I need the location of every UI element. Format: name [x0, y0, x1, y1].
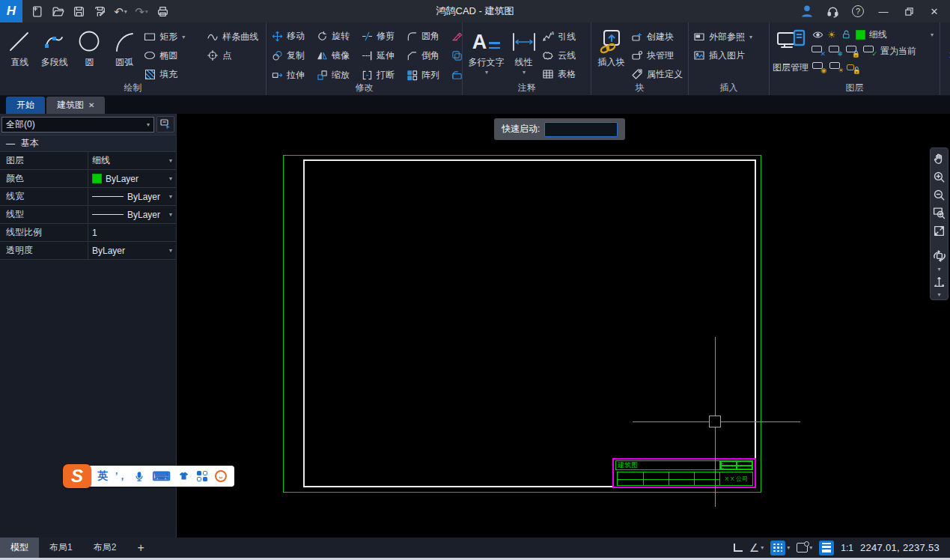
ime-skin-button[interactable]	[178, 471, 189, 481]
zoom-extents-button[interactable]	[931, 222, 948, 239]
copy-button[interactable]: 复制	[270, 47, 313, 64]
redo-button[interactable]: ↷ ▾	[132, 1, 151, 21]
chevron-down-icon[interactable]: ▾	[485, 69, 488, 76]
mirror-button[interactable]: 镜像	[314, 47, 358, 64]
ime-punctuation-button[interactable]: ’，	[115, 470, 127, 483]
dynamic-input-toggle[interactable]: ▾	[797, 543, 812, 553]
account-button[interactable]	[796, 1, 818, 21]
point-button[interactable]: 点	[205, 47, 263, 64]
layer-freeze-button[interactable]: ❄	[829, 46, 842, 57]
ribbon-expand-button[interactable]: ›	[943, 48, 950, 61]
spline-button[interactable]: 样条曲线	[205, 28, 263, 45]
tab-model[interactable]: 模型	[0, 538, 39, 558]
revcloud-button[interactable]: 云线	[541, 47, 588, 64]
leader-button[interactable]: A 引线	[541, 28, 588, 45]
trim-button[interactable]: 修剪	[359, 28, 403, 44]
stretch-button[interactable]: 拉伸	[270, 67, 313, 83]
chevron-down-icon[interactable]: ▾	[523, 69, 526, 76]
lineweight-toggle[interactable]	[819, 541, 834, 556]
break-button[interactable]: 打断	[359, 67, 403, 83]
layer-unlock-icon[interactable]	[840, 28, 852, 40]
rotate-button[interactable]: 旋转	[314, 28, 358, 44]
layer-off-button[interactable]: ✕	[812, 46, 825, 57]
tab-layout2[interactable]: 布局2	[83, 538, 127, 558]
extend-button[interactable]: 延伸	[359, 47, 403, 64]
ime-toolbox-button[interactable]	[197, 471, 207, 481]
tab-drawing[interactable]: 建筑图 ✕	[46, 97, 105, 114]
ime-logo[interactable]: S	[63, 464, 91, 488]
layer-lock-button[interactable]: 🔒	[846, 46, 859, 57]
quick-select-button[interactable]	[156, 116, 174, 133]
tab-close-icon[interactable]: ✕	[88, 101, 94, 109]
circle-button[interactable]: 圆	[73, 25, 106, 83]
help-button[interactable]: ?	[847, 1, 869, 21]
table-button[interactable]: 表格	[541, 66, 588, 82]
array-button[interactable]: 阵列	[404, 67, 448, 83]
zoom-in-button[interactable]	[931, 168, 948, 185]
polar-tracking-toggle[interactable]: ∠ ▾	[749, 542, 764, 553]
insert-image-button[interactable]: 插入图片	[692, 47, 766, 64]
save-button[interactable]	[69, 1, 88, 21]
transparency-value-dropdown[interactable]: ByLayer ▾	[88, 242, 176, 259]
ime-voice-button[interactable]	[134, 471, 144, 482]
add-layout-button[interactable]: +	[127, 538, 154, 558]
zoom-out-button[interactable]	[931, 186, 948, 203]
ortho-toggle[interactable]	[734, 544, 743, 552]
ime-keyboard-button[interactable]: ⌨	[152, 469, 171, 484]
undo-button[interactable]: ↶ ▾	[111, 1, 130, 21]
xref-button[interactable]: 外部参照 ▾	[692, 28, 766, 45]
save-as-button[interactable]	[90, 1, 109, 21]
print-button[interactable]	[153, 1, 172, 21]
chevron-down-icon[interactable]: ▾	[937, 266, 940, 272]
ltscale-value[interactable]: 1	[88, 224, 176, 241]
set-current-label[interactable]: 置为当前	[880, 45, 916, 58]
layer-color-swatch[interactable]	[856, 30, 865, 40]
drawing-canvas[interactable]: 快速启动: 建筑图 ▪▪▪▪ X X 公司	[177, 114, 950, 538]
hatch-button[interactable]: 填充	[142, 66, 204, 82]
layer-manager-button[interactable]	[773, 25, 810, 83]
ime-emoji-button[interactable]: ᴗ	[215, 470, 227, 482]
zoom-window-button[interactable]	[931, 204, 948, 221]
app-logo[interactable]: H	[0, 0, 22, 22]
pan-button[interactable]	[931, 150, 948, 167]
insert-block-button[interactable]: 插入块	[594, 25, 628, 83]
layer-thaw-all-button[interactable]: ☀	[829, 62, 843, 73]
linear-dim-button[interactable]: 线性 ▾	[508, 25, 539, 83]
color-value-dropdown[interactable]: ByLayer ▾	[88, 170, 176, 187]
attribute-define-button[interactable]: 属性定义	[630, 66, 685, 82]
chevron-down-icon[interactable]: ▾	[931, 31, 934, 38]
quick-launch-input[interactable]	[544, 122, 618, 137]
ellipse-button[interactable]: 椭圆	[142, 47, 204, 64]
lineweight-value-dropdown[interactable]: ByLayer ▾	[88, 188, 176, 205]
layer-value-dropdown[interactable]: 细线 ▾	[88, 152, 176, 169]
annotation-scale[interactable]: 1:1	[841, 543, 853, 553]
grid-snap-toggle[interactable]: ▾	[770, 541, 790, 556]
layer-thaw-sun-icon[interactable]: ☀	[827, 29, 836, 40]
linetype-value-dropdown[interactable]: ByLayer ▾	[88, 206, 176, 223]
block-manager-button[interactable]: 块管理	[630, 47, 685, 64]
chevron-down-icon[interactable]: ▾	[937, 291, 940, 297]
ime-language-mode[interactable]: 英	[97, 469, 108, 483]
chamfer-button[interactable]: 倒角	[404, 47, 448, 64]
rectangle-button[interactable]: 矩形 ▾	[142, 28, 204, 45]
orbit-button[interactable]	[931, 248, 948, 264]
create-block-button[interactable]: 创建块	[630, 28, 685, 45]
tab-layout1[interactable]: 布局1	[39, 538, 83, 558]
polyline-button[interactable]: 多段线	[38, 25, 72, 83]
selection-filter-dropdown[interactable]: 全部(0) ▾	[1, 117, 154, 133]
line-button[interactable]: 直线	[3, 25, 37, 83]
layer-set-current-button[interactable]: ✓	[863, 46, 877, 57]
new-file-button[interactable]	[27, 1, 46, 21]
support-button[interactable]	[821, 1, 844, 21]
open-file-button[interactable]	[48, 1, 67, 21]
chevron-down-icon[interactable]: ▾	[182, 34, 185, 40]
layer-on-eye-icon[interactable]	[812, 28, 823, 40]
close-button[interactable]: ✕	[923, 1, 946, 21]
move-button[interactable]: 移动	[270, 28, 313, 44]
tab-start[interactable]: 开始	[6, 97, 45, 114]
layer-on-all-button[interactable]: ◉	[812, 62, 826, 73]
layer-unlock-all-button[interactable]: 🔓	[847, 62, 860, 73]
scale-button[interactable]: 缩放	[314, 67, 358, 83]
section-basic[interactable]: — 基本	[0, 135, 176, 152]
arc-button[interactable]: 圆弧	[108, 25, 141, 83]
